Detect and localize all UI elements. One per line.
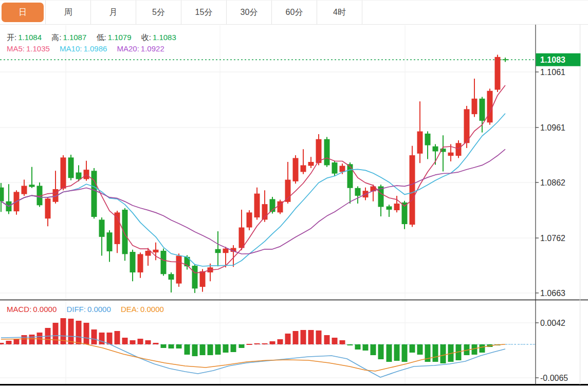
macd-legend: MACD:0.0000 DIFF:0.0000 DEA:0.0000	[7, 305, 172, 314]
candle-body	[495, 57, 501, 90]
macd-value-legend: MACD:0.0000	[7, 305, 57, 314]
macd-bar	[138, 339, 143, 344]
macd-bar	[200, 344, 206, 355]
close-label: 收:	[141, 33, 151, 42]
tab-日[interactable]: 日	[2, 3, 44, 22]
low-label: 低:	[96, 33, 106, 42]
current-price-tag: 1.1083	[536, 53, 581, 66]
tab-周[interactable]: 周	[45, 1, 90, 24]
ohlc-low: 低:1.1079	[96, 33, 131, 42]
macd-axis: 0.0042-0.0065	[536, 319, 568, 382]
tab-60分[interactable]: 60分	[271, 1, 317, 24]
candle-body	[138, 254, 143, 272]
tab-4时[interactable]: 4时	[317, 1, 362, 24]
macd-bar	[22, 335, 27, 344]
dea-value-legend: DEA:0.0000	[121, 305, 164, 314]
macd-bar	[247, 344, 252, 345]
candle-body	[387, 206, 392, 209]
tab-30分[interactable]: 30分	[226, 1, 271, 24]
macd-bar	[14, 339, 20, 344]
candle-body	[472, 99, 477, 114]
candle-body	[91, 171, 97, 217]
macd-bar	[231, 344, 236, 352]
macd-bar	[387, 344, 392, 362]
macd-bar	[192, 344, 198, 356]
ohlc-open: 开:1.1084	[7, 33, 42, 42]
macd-bar	[84, 323, 89, 344]
candle-body	[0, 188, 4, 201]
macd-bar	[371, 344, 376, 355]
candle-body	[301, 166, 306, 172]
low-value: 1.1079	[108, 33, 132, 42]
axis-tick-label: 1.0762	[540, 234, 565, 243]
ma5-legend: MA5:1.1035	[7, 44, 50, 53]
candle-body	[254, 194, 260, 217]
macd-bar	[340, 340, 345, 344]
candle-body	[22, 186, 27, 194]
candle-body	[316, 139, 322, 163]
macd-bar	[293, 331, 299, 344]
candle-body	[45, 198, 51, 218]
axis-tick-label: 1.1061	[540, 68, 565, 77]
macd-bar	[223, 344, 229, 353]
candle-body	[145, 251, 151, 256]
candle-body	[239, 228, 245, 248]
macd-bar	[122, 338, 128, 344]
chart-canvas[interactable]: 1.10611.09611.08621.07621.06630.0042-0.0…	[0, 0, 588, 386]
macd-bar	[0, 343, 4, 344]
candle-body	[130, 252, 136, 272]
candle-body	[161, 251, 167, 274]
macd-bar	[76, 321, 82, 344]
macd-bar	[324, 335, 330, 344]
macd-bar	[53, 323, 59, 344]
ohlc-high: 高:1.1087	[51, 33, 86, 42]
macd-bar	[363, 344, 369, 351]
candle-body	[347, 164, 353, 188]
timeframe-tabbar: 日周月5分15分30分60分4时	[0, 0, 588, 25]
macd-bar	[254, 343, 260, 344]
candle-body	[332, 162, 338, 174]
macd-bar	[316, 330, 322, 344]
diff-value-legend: DIFF:0.0000	[66, 305, 111, 314]
candle-body	[122, 210, 128, 254]
macd-bar	[410, 344, 415, 353]
candle-body	[76, 173, 82, 179]
tab-15分[interactable]: 15分	[181, 1, 226, 24]
axis-tick-label: 1.0862	[540, 178, 565, 187]
macd-bar	[215, 344, 221, 355]
current-price-label: 1.1083	[540, 56, 565, 64]
macd-bar	[161, 344, 167, 348]
macd-bar	[417, 344, 423, 355]
ohlc-legend: 开:1.1084 高:1.1087 低:1.1079 收:1.1083	[7, 33, 184, 43]
macd-bar	[99, 333, 105, 344]
tab-月[interactable]: 月	[90, 1, 136, 24]
candle-body	[456, 143, 462, 156]
close-value: 1.1083	[153, 33, 176, 42]
open-value: 1.1084	[18, 33, 42, 42]
candle-body	[169, 274, 174, 280]
candle-body	[99, 219, 105, 236]
candlestick-series	[0, 55, 508, 293]
candle-body	[215, 249, 221, 253]
candle-body	[61, 157, 66, 189]
candle-body	[425, 134, 431, 145]
candle-body	[410, 155, 415, 225]
macd-bar	[308, 330, 314, 344]
macd-bar	[262, 343, 268, 344]
macd-bar	[394, 344, 400, 361]
candle-body	[308, 162, 314, 166]
macd-bar	[91, 329, 97, 344]
macd-bar	[378, 344, 384, 359]
candle-body	[324, 139, 330, 166]
bottom-border	[0, 384, 588, 385]
macd-bar	[115, 331, 120, 344]
macd-bar	[332, 338, 338, 344]
macd-bar	[169, 344, 174, 348]
candle-body	[176, 256, 182, 284]
macd-bar	[153, 343, 159, 344]
candle-body	[394, 204, 400, 210]
price-axis: 1.10611.09611.08621.07621.0663	[536, 25, 580, 384]
macd-bar	[145, 340, 151, 344]
tab-5分[interactable]: 5分	[136, 1, 181, 24]
candle-body	[107, 232, 113, 251]
